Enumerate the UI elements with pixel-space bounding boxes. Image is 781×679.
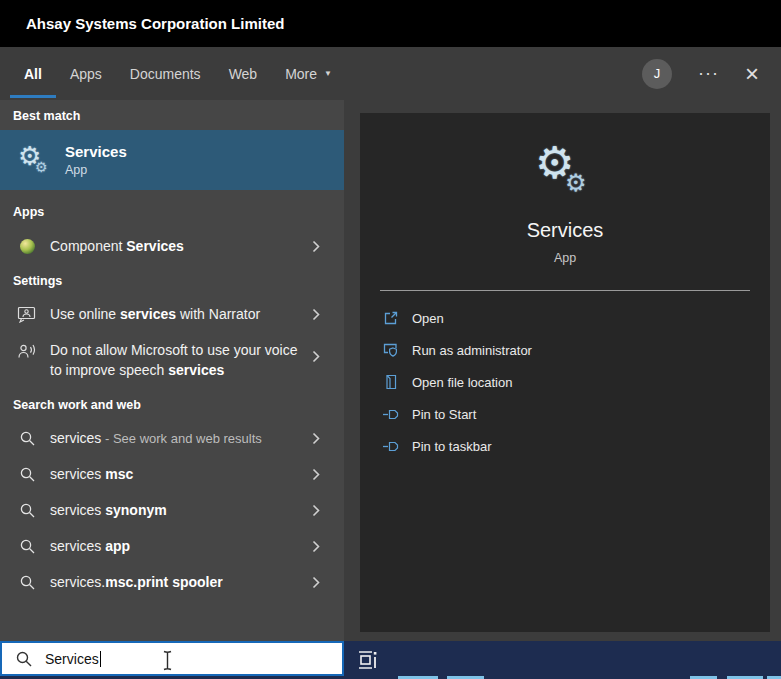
tab-apps-label: Apps [70,66,102,82]
detail-panel-outer: ⚙ ⚙ Services App Open Run as administrat… [344,100,781,641]
best-match-result-services[interactable]: ⚙ ⚙ Services App [0,130,344,190]
best-match-text: Services App [56,143,127,177]
action-label: Open file location [412,375,512,390]
result-search-services-msc[interactable]: services msc [0,456,344,492]
window-titlebar: Ahsay Systems Corporation Limited [0,0,781,47]
bottom-bar: Services [0,641,781,679]
search-results-area: Best match ⚙ ⚙ Services App Apps Compone… [0,100,781,641]
result-search-services-msc-print-spooler[interactable]: services.msc.print spooler [0,564,344,600]
result-component-services[interactable]: Component Services [0,228,344,264]
file-location-icon [382,374,399,390]
tab-all[interactable]: All [10,47,56,100]
search-icon [16,538,38,555]
search-tab-bar: All Apps Documents Web More ▼ J ··· × [0,47,781,100]
result-label: Do not allow Microsoft to use your voice… [50,340,306,381]
result-label: services msc [50,464,306,484]
window-title: Ahsay Systems Corporation Limited [26,15,284,32]
divider [380,290,750,291]
detail-app-title: Services [527,219,604,242]
result-label: services synonym [50,500,306,520]
chevron-down-icon: ▼ [324,69,332,78]
gear-icon: ⚙ [35,160,48,174]
result-search-services-app[interactable]: services app [0,528,344,564]
services-gears-icon-large: ⚙ ⚙ [533,141,597,203]
chevron-right-icon [312,240,320,253]
detail-app-subtitle: App [554,251,576,265]
result-label: Component Services [50,236,306,256]
tab-more[interactable]: More ▼ [271,47,346,100]
component-services-icon [16,239,38,254]
taskbar-window-icon[interactable] [357,649,381,671]
avatar-initial: J [654,66,661,81]
app-actions-list: Open Run as administrator Open file loca… [360,302,770,462]
section-header-apps: Apps [0,190,344,228]
action-open-file-location[interactable]: Open file location [360,366,770,398]
search-input-value: Services [45,651,99,667]
tab-all-label: All [24,66,42,82]
search-icon [16,430,38,447]
pin-icon [382,439,399,453]
search-icon [16,466,38,483]
tab-more-label: More [285,66,317,82]
tab-web-label: Web [229,66,258,82]
action-label: Pin to taskbar [412,439,492,454]
action-label: Run as administrator [412,343,532,358]
narrator-icon [16,306,38,323]
more-options-icon[interactable]: ··· [698,63,719,84]
chevron-right-icon [312,504,320,517]
user-avatar[interactable]: J [642,59,672,89]
open-external-icon [382,310,399,326]
section-header-settings: Settings [0,264,344,296]
result-label: services app [50,536,306,556]
tabbar-controls: J ··· × [642,47,781,100]
search-icon [16,502,38,519]
result-search-services-synonym[interactable]: services synonym [0,492,344,528]
action-label: Pin to Start [412,407,476,422]
result-speech-services[interactable]: Do not allow Microsoft to use your voice… [0,332,344,388]
search-input[interactable]: Services [0,641,344,676]
action-pin-to-start[interactable]: Pin to Start [360,398,770,430]
result-search-services-web[interactable]: services - See work and web results [0,420,344,456]
text-caret [100,651,101,667]
search-icon [16,574,38,591]
chevron-right-icon [312,308,320,321]
services-gears-icon: ⚙ ⚙ [18,140,56,180]
tab-web[interactable]: Web [215,47,272,100]
ibeam-cursor [162,650,173,671]
gear-icon: ⚙ [565,171,587,195]
close-icon[interactable]: × [745,62,759,86]
action-run-as-administrator[interactable]: Run as administrator [360,334,770,366]
search-icon [15,650,33,668]
action-pin-to-taskbar[interactable]: Pin to taskbar [360,430,770,462]
tab-documents-label: Documents [130,66,201,82]
tab-documents[interactable]: Documents [116,47,215,100]
best-match-title: Services [65,143,127,160]
result-label: services - See work and web results [50,428,306,449]
tab-apps[interactable]: Apps [56,47,116,100]
chevron-right-icon [312,576,320,589]
app-detail-panel: ⚙ ⚙ Services App Open Run as administrat… [360,113,770,632]
section-header-best-match: Best match [0,100,344,130]
action-open[interactable]: Open [360,302,770,334]
admin-shield-icon [382,342,399,358]
results-list-panel: Best match ⚙ ⚙ Services App Apps Compone… [0,100,344,641]
action-label: Open [412,311,444,326]
result-narrator-services[interactable]: Use online services with Narrator [0,296,344,332]
pin-icon [382,407,399,421]
speech-icon [16,343,38,360]
chevron-right-icon [312,350,320,363]
chevron-right-icon [312,540,320,553]
chevron-right-icon [312,468,320,481]
section-header-search-work-web: Search work and web [0,388,344,420]
chevron-right-icon [312,432,320,445]
best-match-subtitle: App [65,163,127,177]
result-label: Use online services with Narrator [50,304,306,324]
result-label: services.msc.print spooler [50,572,306,592]
